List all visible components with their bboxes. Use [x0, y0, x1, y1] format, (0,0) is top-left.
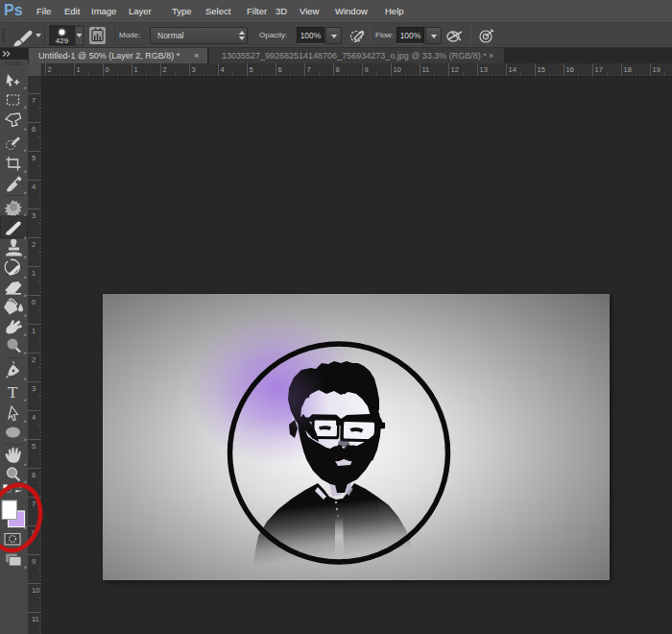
svg-text:5: 5 — [250, 65, 253, 74]
svg-text:6: 6 — [32, 125, 36, 134]
svg-text:11: 11 — [32, 615, 39, 623]
svg-text:3: 3 — [32, 384, 36, 393]
svg-text:0: 0 — [32, 298, 36, 306]
svg-text:15: 15 — [538, 65, 545, 74]
svg-text:10: 10 — [32, 586, 39, 595]
svg-text:3: 3 — [192, 65, 196, 74]
svg-text:0: 0 — [106, 65, 109, 74]
svg-text:13: 13 — [480, 65, 488, 74]
svg-text:2: 2 — [48, 65, 52, 74]
svg-text:10: 10 — [394, 65, 401, 74]
svg-text:3: 3 — [32, 211, 36, 220]
svg-text:9: 9 — [365, 65, 369, 74]
svg-text:1: 1 — [32, 269, 36, 278]
svg-text:1: 1 — [77, 65, 81, 74]
svg-text:14: 14 — [509, 65, 516, 74]
svg-text:2: 2 — [163, 65, 167, 74]
svg-text:7: 7 — [307, 65, 311, 74]
svg-text:4: 4 — [32, 413, 36, 422]
svg-text:1: 1 — [134, 65, 138, 74]
svg-text:7: 7 — [32, 96, 36, 105]
svg-text:2: 2 — [32, 240, 36, 249]
svg-text:1: 1 — [32, 327, 36, 335]
svg-text:8: 8 — [336, 65, 340, 74]
svg-text:5: 5 — [32, 442, 36, 451]
svg-text:6: 6 — [278, 65, 282, 74]
svg-text:2: 2 — [32, 355, 36, 364]
svg-text:16: 16 — [566, 65, 574, 74]
svg-text:18: 18 — [624, 65, 632, 74]
svg-text:11: 11 — [422, 65, 430, 74]
svg-text:17: 17 — [595, 65, 603, 74]
svg-text:429: 429 — [56, 37, 69, 45]
svg-text:4: 4 — [221, 65, 225, 74]
svg-text:T: T — [8, 383, 18, 402]
svg-text:5: 5 — [32, 154, 36, 162]
svg-text:4: 4 — [32, 183, 36, 191]
svg-text:12: 12 — [451, 65, 459, 74]
svg-text:19: 19 — [653, 65, 660, 74]
